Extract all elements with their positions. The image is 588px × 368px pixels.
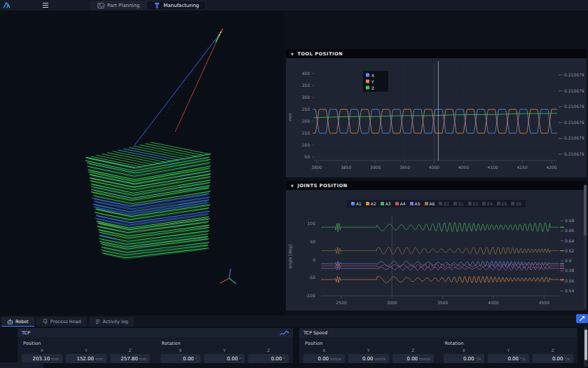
tcp-speed-rotation-y-field[interactable]: 0.00°/s	[488, 354, 529, 363]
tool-position-panel-body: 3800385039003950400040504100415042004003…	[286, 58, 587, 177]
group-label: Rotation	[445, 341, 574, 346]
svg-text:0.58: 0.58	[565, 268, 575, 273]
bottom-tab-robot[interactable]: Robot	[1, 317, 34, 327]
tcp-groups: PositionX203.10mmY152.00mmZ257.80mmRotat…	[18, 337, 293, 363]
legend-item-e6[interactable]: E6	[511, 201, 521, 206]
field-value: 0.00	[183, 356, 194, 362]
chart-sparkline-icon[interactable]	[280, 329, 289, 336]
bottom-panel: RobotProcess HeadActivity log TCPPositio…	[0, 315, 588, 368]
field-unit: °	[239, 357, 241, 361]
tcp-rotation-group: RotationX0.00°Y0.00°Z0.00°	[160, 339, 289, 363]
legend-item-a2[interactable]: A2	[366, 201, 376, 206]
tcp-rotation-z-field[interactable]: 0.00°	[248, 354, 289, 363]
legend-item-e1[interactable]: E1	[439, 201, 449, 206]
tcp-speed-position-y-field[interactable]: 0.00mm/s	[348, 354, 390, 363]
topbar-tab-part-planning[interactable]: Part Planning	[91, 1, 146, 9]
legend-label: A3	[385, 201, 391, 206]
bottom-tab-activity-log[interactable]: Activity log	[89, 317, 134, 327]
legend-item-a4[interactable]: A4	[395, 201, 406, 206]
legend-item-a3[interactable]: A3	[381, 201, 391, 206]
svg-text:3850: 3850	[341, 165, 351, 170]
tcp-position-y-field[interactable]: 152.00mm	[66, 354, 107, 363]
svg-text:3000: 3000	[387, 300, 397, 305]
legend-item-a6[interactable]: A6	[425, 201, 435, 206]
legend-swatch	[511, 202, 514, 205]
tcp-card-header: TCP	[18, 328, 293, 337]
svg-text:3900: 3900	[370, 165, 381, 170]
axis-column-y: Y0.00°	[204, 348, 245, 363]
topbar-tab-label: Part Planning	[107, 3, 139, 8]
tcp-speed-rotation-z-field[interactable]: 0.00°/s	[533, 354, 574, 363]
legend-item-e2[interactable]: E2	[453, 201, 464, 206]
scrollbar-thumb[interactable]	[584, 185, 587, 236]
legend-label: A2	[371, 201, 376, 206]
joints-panel-scrollbar[interactable]	[584, 184, 587, 308]
legend-label: E3	[473, 201, 479, 206]
joints-position-panel-body: A1A2A3A4A5A6E1E2E3E4E5E6 250030003500400…	[286, 190, 587, 311]
group-label: Position	[305, 341, 434, 346]
legend-item-a5[interactable]: A5	[410, 201, 421, 206]
legend-label: A1	[356, 201, 362, 206]
log-icon	[95, 318, 101, 325]
axis-column-header: Z	[110, 348, 151, 354]
tool-approach-lines	[133, 34, 220, 147]
tcp-rotation-x-field[interactable]: 0.00°	[160, 354, 201, 363]
tool-position-panel-title: TOOL POSITION	[297, 51, 343, 57]
tool-chart-legend[interactable]: XYZ	[363, 71, 388, 92]
legend-item-a1[interactable]: A1	[351, 201, 362, 206]
field-unit: mm/s	[330, 357, 341, 361]
tcp-position-z-field[interactable]: 257.80mm	[110, 354, 151, 363]
tcp-speed-rotation-x-field[interactable]: 0.00°/s	[444, 354, 485, 363]
joints-position-panel-header[interactable]: ▼ JOINTS POSITION	[286, 181, 587, 190]
field-value: 0.00	[362, 356, 374, 362]
topbar: Part PlanningManufacturing	[0, 0, 588, 11]
legend-item-e3[interactable]: E3	[468, 201, 479, 206]
legend-swatch	[497, 202, 500, 205]
toolpath-3d-canvas[interactable]	[0, 11, 285, 315]
topbar-tab-label: Manufacturing	[163, 3, 199, 8]
tool-position-chart[interactable]: 3800385039003950400040504100415042004003…	[286, 58, 587, 177]
field-value: 257.80	[121, 356, 138, 362]
bottom-tab-process-head[interactable]: Process Head	[36, 317, 87, 327]
axis-column-header: Z	[392, 348, 434, 354]
axis-column-header: X	[160, 348, 201, 354]
svg-text:0.210679: 0.210679	[564, 104, 584, 109]
field-value: 0.00	[507, 356, 519, 362]
tool-position-panel-header[interactable]: ▼ TOOL POSITION	[286, 49, 587, 58]
field-unit: mm/s	[375, 357, 385, 361]
joints-position-chart[interactable]: 25003000350040004500100500-50-100angle […	[286, 190, 587, 311]
field-value: 0.00	[317, 356, 329, 362]
svg-text:0.210679: 0.210679	[564, 72, 584, 77]
panel-expand-button[interactable]	[576, 314, 588, 323]
field-value: 0.00	[271, 356, 282, 362]
tcp-rotation-y-field[interactable]: 0.00°	[204, 354, 245, 363]
viewport-3d[interactable]	[0, 11, 285, 315]
scrollbar-thumb[interactable]	[584, 329, 587, 360]
legend-item-e5[interactable]: E5	[497, 201, 507, 206]
axis-column-z: Z0.00°/s	[533, 348, 574, 363]
axis-column-header: Y	[488, 348, 529, 354]
svg-text:0.54: 0.54	[565, 288, 575, 293]
axis-column-header: X	[22, 348, 62, 354]
tcp-speed-position-x-field[interactable]: 0.00mm/s	[303, 354, 345, 363]
toolpath-layers	[86, 142, 211, 259]
legend-item-e4[interactable]: E4	[482, 201, 493, 206]
tcp-position-group: PositionX203.10mmY152.00mmZ257.80mm	[22, 339, 151, 363]
menu-icon[interactable]	[43, 3, 48, 8]
tcp-speed-groups: PositionX0.00mm/sY0.00mm/sZ0.00mm/sRotat…	[299, 337, 577, 363]
tcp-speed-position-z-field[interactable]: 0.00mm/s	[392, 354, 434, 363]
bottom-right-scrollbar[interactable]	[584, 327, 587, 367]
legend-swatch	[395, 202, 399, 205]
svg-text:Y: Y	[371, 79, 374, 84]
svg-text:0.66: 0.66	[565, 228, 575, 233]
svg-text:0.68: 0.68	[565, 218, 575, 223]
axis-gizmo	[220, 268, 236, 284]
field-value: 0.00	[227, 356, 238, 362]
footer-chip	[0, 362, 43, 368]
topbar-tab-manufacturing[interactable]: Manufacturing	[147, 1, 205, 9]
legend-swatch	[381, 202, 384, 205]
legend-label: E6	[516, 201, 521, 206]
legend-label: E4	[487, 201, 493, 206]
svg-text:150: 150	[302, 130, 310, 135]
axis-column-x: X0.00mm/s	[303, 348, 345, 363]
